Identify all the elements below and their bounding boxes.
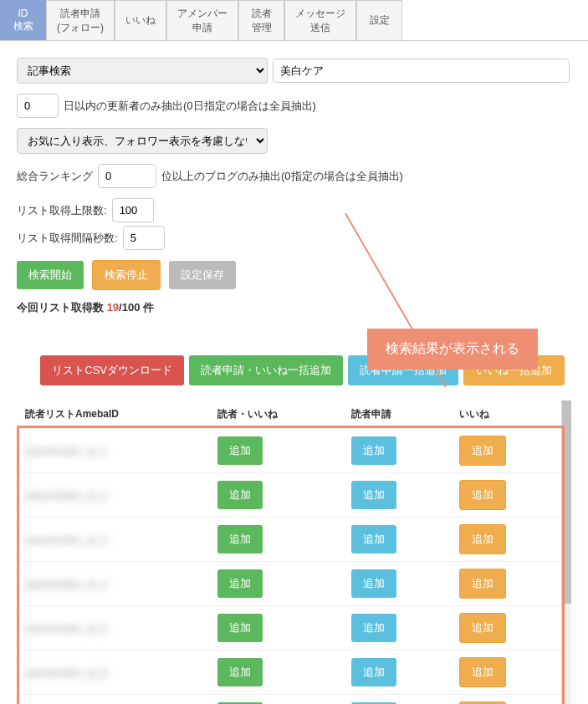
- search-start-button[interactable]: 検索開始: [17, 261, 84, 289]
- tab-amember[interactable]: アメンバー 申請: [166, 0, 238, 40]
- result-table: 読者リストAmebaID 読者・いいね 読者申請 いいね placeholder…: [17, 400, 561, 704]
- add-like-button[interactable]: 追加: [459, 436, 506, 466]
- table-row: placeholder_id_5追加追加追加: [17, 606, 561, 650]
- search-type-select[interactable]: 記事検索: [17, 58, 268, 84]
- add-like-button[interactable]: 追加: [459, 613, 506, 643]
- interval-input[interactable]: [123, 226, 165, 250]
- scrollbar[interactable]: [561, 400, 571, 704]
- csv-download-button[interactable]: リストCSVダウンロード: [40, 355, 184, 385]
- add-like-button[interactable]: 追加: [459, 657, 506, 687]
- favorite-select[interactable]: お気に入り表示、フォロワー表示を考慮しない: [17, 128, 268, 154]
- add-like-button[interactable]: 追加: [459, 569, 506, 599]
- status-prefix: 今回リスト取得数: [17, 301, 107, 314]
- table-row: placeholder_id_2追加追加追加: [17, 473, 561, 518]
- cell-ameba-id: placeholder_id_4: [17, 562, 209, 606]
- table-row: placeholder_id_4追加追加追加: [17, 562, 561, 606]
- status-unit: 件: [140, 301, 154, 314]
- tab-id-search[interactable]: ID 検索: [0, 0, 46, 40]
- add-reader-like-button[interactable]: 追加: [217, 436, 263, 465]
- add-reader-button[interactable]: 追加: [351, 658, 396, 686]
- bulk-reader-like-button[interactable]: 読者申請・いいね一括追加: [189, 355, 343, 385]
- cell-ameba-id: placeholder_id_2: [17, 473, 209, 518]
- cell-ameba-id: placeholder_id_3: [17, 518, 209, 562]
- tab-like[interactable]: いいね: [115, 0, 166, 40]
- th-ameba-id: 読者リストAmebaID: [17, 400, 209, 429]
- status-current: 19: [107, 301, 119, 314]
- add-reader-button[interactable]: 追加: [351, 436, 396, 465]
- table-row: placeholder_id_7追加追加追加: [17, 695, 561, 705]
- add-reader-button[interactable]: 追加: [351, 614, 396, 642]
- add-reader-like-button[interactable]: 追加: [217, 525, 263, 554]
- add-reader-like-button[interactable]: 追加: [217, 614, 263, 642]
- annotation-callout: 検索結果が表示される: [367, 329, 538, 370]
- tab-bar: ID 検索 読者申請 (フォロー) いいね アメンバー 申請 読者 管理 メッセ…: [0, 0, 588, 41]
- status-row: 今回リスト取得数 19/100 件: [17, 300, 571, 315]
- add-like-button[interactable]: 追加: [459, 524, 506, 554]
- cell-ameba-id: placeholder_id_1: [17, 429, 209, 473]
- add-reader-button[interactable]: 追加: [351, 569, 396, 598]
- tab-reader-apply[interactable]: 読者申請 (フォロー): [46, 0, 115, 40]
- table-row: placeholder_id_1追加追加追加: [17, 429, 561, 473]
- interval-label: リスト取得間隔秒数:: [17, 231, 118, 246]
- add-reader-button[interactable]: 追加: [351, 481, 396, 509]
- cell-ameba-id: placeholder_id_6: [17, 650, 209, 695]
- tab-settings[interactable]: 設定: [356, 0, 402, 40]
- search-stop-button[interactable]: 検索停止: [92, 260, 161, 290]
- days-label: 日以内の更新者のみ抽出(0日指定の場合は全員抽出): [64, 99, 316, 114]
- search-keyword-input[interactable]: [273, 59, 570, 83]
- th-reader-apply: 読者申請: [343, 400, 451, 429]
- limit-label: リスト取得上限数:: [17, 203, 107, 218]
- ranking-prefix: 総合ランキング: [17, 169, 93, 184]
- add-reader-like-button[interactable]: 追加: [217, 658, 263, 686]
- status-total: 100: [122, 301, 141, 314]
- add-reader-button[interactable]: 追加: [351, 525, 396, 554]
- days-input[interactable]: [17, 94, 59, 118]
- table-row: placeholder_id_6追加追加追加: [17, 650, 561, 695]
- ranking-suffix: 位以上のブログのみ抽出(0指定の場合は全員抽出): [161, 169, 403, 184]
- limit-input[interactable]: [112, 198, 154, 222]
- cell-ameba-id: placeholder_id_7: [17, 695, 209, 705]
- settings-save-button[interactable]: 設定保存: [169, 261, 236, 289]
- tab-reader-manage[interactable]: 読者 管理: [238, 0, 284, 40]
- cell-ameba-id: placeholder_id_5: [17, 606, 209, 650]
- add-reader-like-button[interactable]: 追加: [217, 481, 263, 509]
- tab-message[interactable]: メッセージ 送信: [284, 0, 356, 40]
- content-area: 記事検索 日以内の更新者のみ抽出(0日指定の場合は全員抽出) お気に入り表示、フ…: [0, 41, 588, 704]
- ranking-input[interactable]: [98, 164, 156, 188]
- table-row: placeholder_id_3追加追加追加: [17, 518, 561, 562]
- th-reader-like: 読者・いいね: [209, 400, 343, 429]
- th-like: いいね: [451, 400, 561, 429]
- add-reader-like-button[interactable]: 追加: [217, 569, 263, 598]
- scrollbar-thumb[interactable]: [562, 400, 571, 604]
- add-like-button[interactable]: 追加: [459, 480, 506, 510]
